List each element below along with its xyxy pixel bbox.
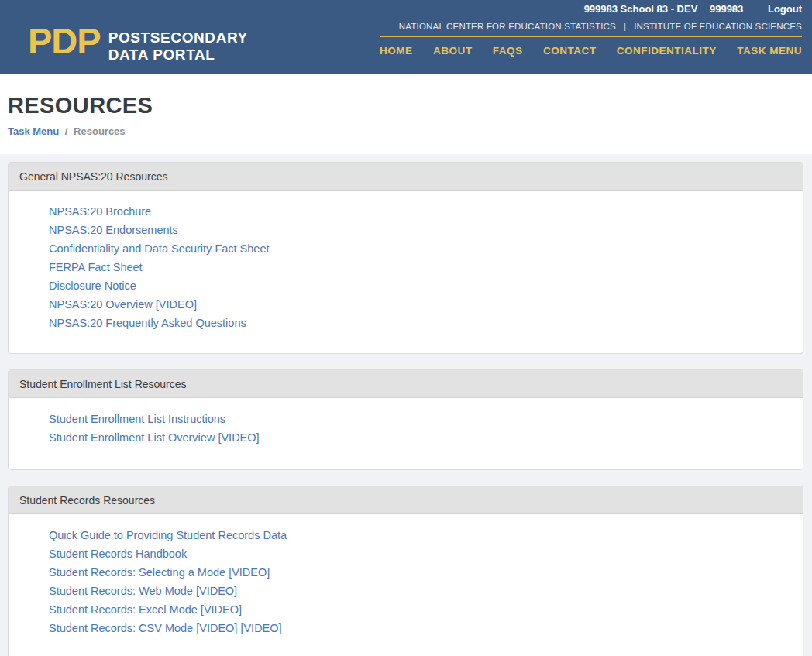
resource-link[interactable]: Student Records: Excel Mode [VIDEO] <box>49 600 792 619</box>
breadcrumb-current: Resources <box>74 125 125 137</box>
nav-home[interactable]: HOME <box>380 45 413 57</box>
pdp-logo[interactable]: PDP POSTSECONDARY DATA PORTAL <box>28 24 248 64</box>
resource-link[interactable]: Student Records: Web Mode [VIDEO] <box>49 582 792 600</box>
resource-link[interactable]: NPSAS:20 Overview [VIDEO] <box>49 295 792 314</box>
logout-link[interactable]: Logout <box>768 3 802 15</box>
pdp-logo-line1: POSTSECONDARY <box>108 29 248 46</box>
nav-contact[interactable]: CONTACT <box>543 45 597 57</box>
main-nav: HOME ABOUT FAQS CONTACT CONFIDENTIALITY … <box>380 45 802 57</box>
breadcrumb-separator: / <box>65 125 68 137</box>
school-id-label: 999983 <box>710 3 743 15</box>
panel-body-enrollment-list: Student Enrollment List Instructions Stu… <box>9 398 803 469</box>
panel-header-enrollment-list: Student Enrollment List Resources <box>9 370 803 398</box>
resource-link[interactable]: Disclosure Notice <box>49 276 792 295</box>
resource-link[interactable]: Student Enrollment List Overview [VIDEO] <box>49 428 792 447</box>
panel-header-student-records: Student Records Resources <box>9 486 803 514</box>
resource-link[interactable]: Student Enrollment List Instructions <box>49 410 792 428</box>
pdp-logo-line2: DATA PORTAL <box>108 46 215 63</box>
nav-confidentiality[interactable]: CONFIDENTIALITY <box>617 45 717 57</box>
content-section: General NPSAS:20 Resources NPSAS:20 Broc… <box>0 154 812 656</box>
page-title: RESOURCES <box>8 93 812 118</box>
header-right: NATIONAL CENTER FOR EDUCATION STATISTICS… <box>380 22 802 57</box>
pdp-logo-text: POSTSECONDARY DATA PORTAL <box>108 29 248 64</box>
panel-general-npsas-resources: General NPSAS:20 Resources NPSAS:20 Broc… <box>8 162 803 354</box>
panel-header-general-npsas: General NPSAS:20 Resources <box>9 163 803 191</box>
school-name-label: 999983 School 83 - DEV <box>584 3 698 15</box>
panel-student-records-resources: Student Records Resources Quick Guide to… <box>8 486 803 656</box>
breadcrumb: Task Menu / Resources <box>8 125 812 137</box>
panel-body-general-npsas: NPSAS:20 Brochure NPSAS:20 Endorsements … <box>9 191 803 353</box>
topbar: 999983 School 83 - DEV 999983 Logout <box>0 0 812 15</box>
resource-link[interactable]: Confidentiality and Data Security Fact S… <box>49 239 792 258</box>
site-header: 999983 School 83 - DEV 999983 Logout PDP… <box>0 0 812 74</box>
resource-link[interactable]: Student Records: CSV Mode [VIDEO] [VIDEO… <box>49 619 792 637</box>
nav-task-menu[interactable]: TASK MENU <box>737 45 802 57</box>
resource-link[interactable]: NPSAS:20 Endorsements <box>49 221 792 239</box>
title-section: RESOURCES Task Menu / Resources <box>0 74 812 154</box>
pdp-logo-acronym: PDP <box>28 24 101 59</box>
header-main: PDP POSTSECONDARY DATA PORTAL NATIONAL C… <box>0 15 812 64</box>
resource-link[interactable]: NPSAS:20 Frequently Asked Questions <box>49 314 792 332</box>
resource-link[interactable]: NPSAS:20 Brochure <box>49 202 792 221</box>
agency-separator: | <box>624 22 626 31</box>
nav-about[interactable]: ABOUT <box>433 45 473 57</box>
resource-link[interactable]: Student Records Handbook <box>49 544 792 563</box>
breadcrumb-task-menu-link[interactable]: Task Menu <box>8 125 59 137</box>
agency-nces-label: NATIONAL CENTER FOR EDUCATION STATISTICS <box>399 22 616 31</box>
panel-body-student-records: Quick Guide to Providing Student Records… <box>9 514 803 656</box>
agency-line: NATIONAL CENTER FOR EDUCATION STATISTICS… <box>380 22 802 37</box>
nav-faqs[interactable]: FAQS <box>493 45 523 57</box>
resource-link[interactable]: Quick Guide to Providing Student Records… <box>49 526 792 544</box>
resource-link[interactable]: FERPA Fact Sheet <box>49 258 792 276</box>
agency-ies-label: INSTITUTE OF EDUCATION SCIENCES <box>634 22 802 31</box>
resource-link[interactable]: Student Records: Selecting a Mode [VIDEO… <box>49 563 792 582</box>
panel-enrollment-list-resources: Student Enrollment List Resources Studen… <box>8 369 803 470</box>
